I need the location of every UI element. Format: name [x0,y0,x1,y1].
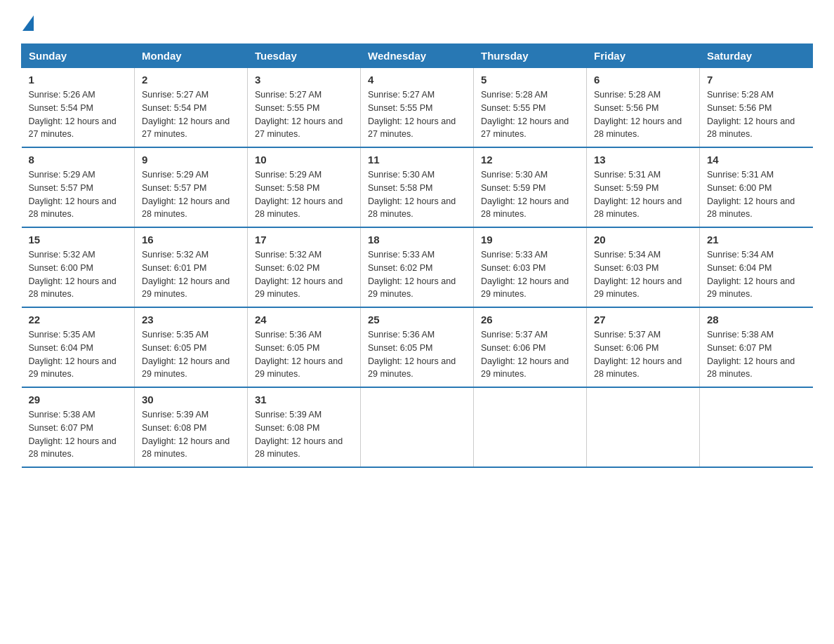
day-header-wednesday: Wednesday [361,44,474,68]
calendar-week-row: 15 Sunrise: 5:32 AMSunset: 6:00 PMDaylig… [22,227,813,307]
day-number: 5 [481,74,579,86]
calendar-cell: 31 Sunrise: 5:39 AMSunset: 6:08 PMDaylig… [248,387,361,467]
calendar-cell: 26 Sunrise: 5:37 AMSunset: 6:06 PMDaylig… [474,307,587,387]
calendar-week-row: 22 Sunrise: 5:35 AMSunset: 6:04 PMDaylig… [22,307,813,387]
day-info: Sunrise: 5:36 AMSunset: 6:05 PMDaylight:… [368,330,456,379]
day-number: 3 [255,74,353,86]
day-info: Sunrise: 5:30 AMSunset: 5:59 PMDaylight:… [481,170,569,219]
calendar-header: SundayMondayTuesdayWednesdayThursdayFrid… [22,44,813,68]
day-number: 31 [255,394,353,405]
calendar-cell: 24 Sunrise: 5:36 AMSunset: 6:05 PMDaylig… [248,307,361,387]
day-info: Sunrise: 5:32 AMSunset: 6:00 PMDaylight:… [29,250,117,299]
calendar-cell [700,387,813,467]
calendar-cell: 17 Sunrise: 5:32 AMSunset: 6:02 PMDaylig… [248,227,361,307]
day-info: Sunrise: 5:32 AMSunset: 6:02 PMDaylight:… [255,250,343,299]
day-info: Sunrise: 5:33 AMSunset: 6:03 PMDaylight:… [481,250,569,299]
day-number: 16 [142,234,240,246]
calendar-cell: 12 Sunrise: 5:30 AMSunset: 5:59 PMDaylig… [474,147,587,227]
logo-triangle-icon [22,15,34,31]
day-info: Sunrise: 5:30 AMSunset: 5:58 PMDaylight:… [368,170,456,219]
day-number: 17 [255,234,353,246]
calendar-cell [474,387,587,467]
day-number: 4 [368,74,466,86]
calendar-cell: 2 Sunrise: 5:27 AMSunset: 5:54 PMDayligh… [135,68,248,148]
calendar-cell: 19 Sunrise: 5:33 AMSunset: 6:03 PMDaylig… [474,227,587,307]
calendar-week-row: 29 Sunrise: 5:38 AMSunset: 6:07 PMDaylig… [22,387,813,467]
calendar-cell: 3 Sunrise: 5:27 AMSunset: 5:55 PMDayligh… [248,68,361,148]
calendar-week-row: 1 Sunrise: 5:26 AMSunset: 5:54 PMDayligh… [22,68,813,148]
day-number: 15 [29,234,128,246]
calendar-cell: 8 Sunrise: 5:29 AMSunset: 5:57 PMDayligh… [22,147,135,227]
calendar-cell [587,387,700,467]
calendar-cell: 6 Sunrise: 5:28 AMSunset: 5:56 PMDayligh… [587,68,700,148]
day-info: Sunrise: 5:35 AMSunset: 6:05 PMDaylight:… [142,330,230,379]
calendar-cell: 7 Sunrise: 5:28 AMSunset: 5:56 PMDayligh… [700,68,813,148]
day-number: 8 [29,154,128,166]
calendar-cell [361,387,474,467]
day-number: 22 [29,314,128,326]
day-number: 2 [142,74,240,86]
day-info: Sunrise: 5:34 AMSunset: 6:03 PMDaylight:… [594,250,682,299]
calendar-cell: 4 Sunrise: 5:27 AMSunset: 5:55 PMDayligh… [361,68,474,148]
calendar-cell: 29 Sunrise: 5:38 AMSunset: 6:07 PMDaylig… [22,387,135,467]
page-header [21,14,813,29]
day-info: Sunrise: 5:37 AMSunset: 6:06 PMDaylight:… [481,330,569,379]
day-info: Sunrise: 5:29 AMSunset: 5:58 PMDaylight:… [255,170,343,219]
day-info: Sunrise: 5:28 AMSunset: 5:56 PMDaylight:… [707,90,795,139]
day-number: 25 [368,314,466,326]
calendar-cell: 23 Sunrise: 5:35 AMSunset: 6:05 PMDaylig… [135,307,248,387]
day-info: Sunrise: 5:39 AMSunset: 6:08 PMDaylight:… [142,410,230,459]
calendar-cell: 22 Sunrise: 5:35 AMSunset: 6:04 PMDaylig… [22,307,135,387]
day-number: 30 [142,394,240,405]
calendar-week-row: 8 Sunrise: 5:29 AMSunset: 5:57 PMDayligh… [22,147,813,227]
day-number: 24 [255,314,353,326]
day-number: 13 [594,154,692,166]
day-number: 10 [255,154,353,166]
day-number: 29 [29,394,128,405]
day-info: Sunrise: 5:36 AMSunset: 6:05 PMDaylight:… [255,330,343,379]
day-number: 23 [142,314,240,326]
day-number: 28 [707,314,806,326]
day-number: 27 [594,314,692,326]
logo [21,14,34,29]
calendar-cell: 13 Sunrise: 5:31 AMSunset: 5:59 PMDaylig… [587,147,700,227]
day-info: Sunrise: 5:34 AMSunset: 6:04 PMDaylight:… [707,250,795,299]
day-number: 19 [481,234,579,246]
calendar-body: 1 Sunrise: 5:26 AMSunset: 5:54 PMDayligh… [22,68,813,468]
day-number: 12 [481,154,579,166]
day-info: Sunrise: 5:33 AMSunset: 6:02 PMDaylight:… [368,250,456,299]
calendar-cell: 25 Sunrise: 5:36 AMSunset: 6:05 PMDaylig… [361,307,474,387]
day-info: Sunrise: 5:28 AMSunset: 5:55 PMDaylight:… [481,90,569,139]
day-header-friday: Friday [587,44,700,68]
day-info: Sunrise: 5:32 AMSunset: 6:01 PMDaylight:… [142,250,230,299]
day-number: 18 [368,234,466,246]
calendar-cell: 15 Sunrise: 5:32 AMSunset: 6:00 PMDaylig… [22,227,135,307]
calendar-cell: 1 Sunrise: 5:26 AMSunset: 5:54 PMDayligh… [22,68,135,148]
calendar-cell: 14 Sunrise: 5:31 AMSunset: 6:00 PMDaylig… [700,147,813,227]
day-number: 14 [707,154,806,166]
calendar-cell: 10 Sunrise: 5:29 AMSunset: 5:58 PMDaylig… [248,147,361,227]
calendar-cell: 20 Sunrise: 5:34 AMSunset: 6:03 PMDaylig… [587,227,700,307]
day-info: Sunrise: 5:27 AMSunset: 5:55 PMDaylight:… [255,90,343,139]
day-header-thursday: Thursday [474,44,587,68]
day-number: 6 [594,74,692,86]
calendar-table: SundayMondayTuesdayWednesdayThursdayFrid… [21,43,813,468]
day-number: 21 [707,234,806,246]
day-header-row: SundayMondayTuesdayWednesdayThursdayFrid… [22,44,813,68]
day-number: 9 [142,154,240,166]
day-info: Sunrise: 5:27 AMSunset: 5:55 PMDaylight:… [368,90,456,139]
day-info: Sunrise: 5:31 AMSunset: 6:00 PMDaylight:… [707,170,795,219]
day-info: Sunrise: 5:37 AMSunset: 6:06 PMDaylight:… [594,330,682,379]
calendar-cell: 18 Sunrise: 5:33 AMSunset: 6:02 PMDaylig… [361,227,474,307]
day-info: Sunrise: 5:29 AMSunset: 5:57 PMDaylight:… [142,170,230,219]
day-number: 26 [481,314,579,326]
day-info: Sunrise: 5:31 AMSunset: 5:59 PMDaylight:… [594,170,682,219]
calendar-cell: 16 Sunrise: 5:32 AMSunset: 6:01 PMDaylig… [135,227,248,307]
day-number: 11 [368,154,466,166]
day-info: Sunrise: 5:29 AMSunset: 5:57 PMDaylight:… [29,170,117,219]
day-info: Sunrise: 5:38 AMSunset: 6:07 PMDaylight:… [29,410,117,459]
calendar-cell: 9 Sunrise: 5:29 AMSunset: 5:57 PMDayligh… [135,147,248,227]
day-info: Sunrise: 5:35 AMSunset: 6:04 PMDaylight:… [29,330,117,379]
day-info: Sunrise: 5:26 AMSunset: 5:54 PMDaylight:… [29,90,117,139]
day-header-monday: Monday [135,44,248,68]
